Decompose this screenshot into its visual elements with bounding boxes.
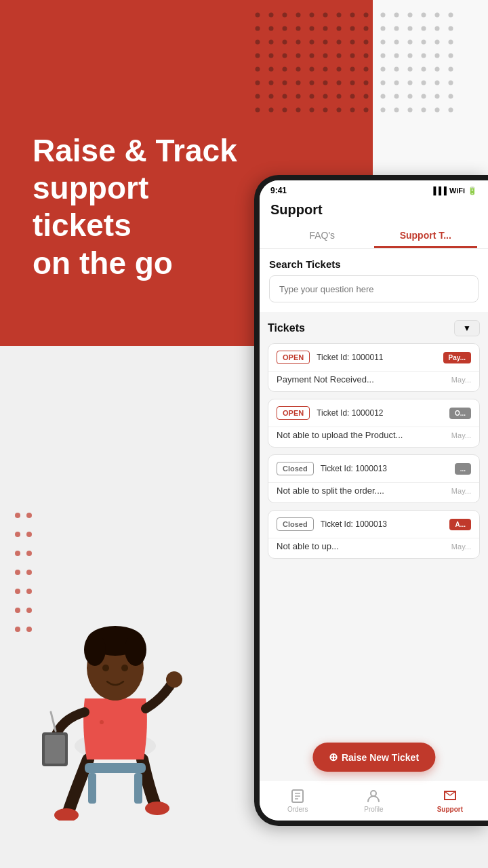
bottom-nav: Orders Profile Support <box>260 780 488 821</box>
svg-point-66 <box>337 54 342 58</box>
status-icons: ▐▐▐ WiFi 🔋 <box>430 186 477 195</box>
svg-point-71 <box>283 67 287 72</box>
svg-point-80 <box>283 81 287 85</box>
svg-point-108 <box>422 13 426 18</box>
ticket-date: May... <box>451 542 471 551</box>
svg-point-38 <box>323 13 328 18</box>
svg-point-85 <box>350 81 355 85</box>
search-input[interactable] <box>279 284 468 294</box>
svg-point-91 <box>310 94 314 99</box>
hero-text: Raise & Track support tickets on the go <box>33 132 237 282</box>
signal-icon: ▐▐▐ <box>430 186 446 195</box>
svg-point-137 <box>408 81 413 85</box>
svg-point-58 <box>350 40 355 45</box>
svg-point-122 <box>449 40 453 45</box>
svg-point-41 <box>364 13 369 18</box>
svg-point-69 <box>256 67 260 72</box>
svg-point-130 <box>394 67 399 72</box>
status-bar: 9:41 ▐▐▐ WiFi 🔋 <box>260 180 488 198</box>
svg-point-32 <box>26 627 32 632</box>
nav-item-profile[interactable]: Profile <box>336 781 411 821</box>
svg-point-107 <box>408 13 413 18</box>
ticket-desc: Not able to split the order.... <box>277 486 384 496</box>
app-header: Support FAQ's Support T... <box>260 198 488 249</box>
phone-mockup: 9:41 ▐▐▐ WiFi 🔋 Support FAQ's Support T.… <box>254 175 488 826</box>
ticket-date: May... <box>451 431 471 439</box>
svg-point-140 <box>449 81 453 85</box>
search-input-wrap[interactable] <box>269 275 479 302</box>
svg-point-70 <box>269 67 274 72</box>
hero-line3: tickets <box>33 207 237 244</box>
svg-point-138 <box>422 81 426 85</box>
phone-screen: 9:41 ▐▐▐ WiFi 🔋 Support FAQ's Support T.… <box>260 180 488 821</box>
ticket-card-body: Not able to upload the Product... May... <box>268 427 479 447</box>
svg-point-150 <box>422 108 426 113</box>
status-badge: Closed <box>277 517 314 531</box>
svg-point-27 <box>15 589 20 594</box>
tab-faqs[interactable]: FAQ's <box>270 223 374 248</box>
svg-rect-15 <box>88 773 96 804</box>
svg-point-93 <box>337 94 342 99</box>
nav-item-support[interactable]: Support <box>412 781 488 821</box>
svg-point-39 <box>337 13 342 18</box>
svg-point-149 <box>408 108 413 113</box>
svg-point-64 <box>310 54 314 58</box>
svg-point-25 <box>15 570 20 575</box>
svg-point-129 <box>381 67 386 72</box>
svg-point-113 <box>408 26 413 31</box>
svg-point-19 <box>15 513 20 518</box>
category-badge: Pay... <box>443 352 471 363</box>
ticket-id: Ticket Id: 1000013 <box>321 519 443 529</box>
ticket-card-header: OPEN Ticket Id: 1000011 Pay... <box>268 344 479 371</box>
dots-top-red-area <box>251 8 373 116</box>
svg-point-118 <box>394 40 399 45</box>
ticket-card[interactable]: Closed Ticket Id: 1000013 A... Not able … <box>268 510 480 559</box>
svg-point-128 <box>449 54 453 58</box>
svg-point-97 <box>269 108 274 113</box>
svg-point-53 <box>283 40 287 45</box>
svg-point-126 <box>422 54 426 58</box>
filter-button[interactable]: ▼ <box>454 320 480 336</box>
svg-point-87 <box>256 94 260 99</box>
svg-point-96 <box>256 108 260 113</box>
plus-circle-icon: ⊕ <box>329 751 338 764</box>
svg-point-45 <box>296 26 301 31</box>
svg-point-6 <box>84 633 106 666</box>
svg-point-127 <box>435 54 440 58</box>
raise-new-ticket-button[interactable]: ⊕ Raise New Ticket <box>312 743 435 772</box>
svg-point-148 <box>394 108 399 113</box>
svg-point-22 <box>26 532 32 537</box>
svg-point-40 <box>350 13 355 18</box>
ticket-id: Ticket Id: 1000011 <box>317 353 436 362</box>
hero-line4: on the go <box>33 245 237 282</box>
svg-point-104 <box>364 108 369 113</box>
svg-point-77 <box>364 67 369 72</box>
search-section: Search Tickets <box>260 249 488 312</box>
svg-point-117 <box>381 40 386 45</box>
svg-point-37 <box>310 13 314 18</box>
svg-point-28 <box>26 589 32 594</box>
svg-point-151 <box>435 108 440 113</box>
svg-point-121 <box>435 40 440 45</box>
ticket-date: May... <box>451 376 471 384</box>
nav-label-orders: Orders <box>287 806 308 813</box>
svg-point-17 <box>100 720 104 724</box>
svg-point-50 <box>364 26 369 31</box>
svg-point-78 <box>256 81 260 85</box>
svg-point-36 <box>296 13 301 18</box>
svg-rect-14 <box>85 763 146 773</box>
orders-icon <box>290 789 305 804</box>
ticket-card[interactable]: OPEN Ticket Id: 1000011 Pay... Payment N… <box>268 343 480 392</box>
svg-point-59 <box>364 40 369 45</box>
svg-point-152 <box>449 108 453 113</box>
svg-point-20 <box>26 513 32 518</box>
nav-item-orders[interactable]: Orders <box>260 781 336 821</box>
svg-point-67 <box>350 54 355 58</box>
svg-point-62 <box>283 54 287 58</box>
svg-point-111 <box>381 26 386 31</box>
ticket-card[interactable]: Closed Ticket Id: 1000013 ... Not able t… <box>268 454 480 503</box>
svg-point-134 <box>449 67 453 72</box>
svg-point-145 <box>435 94 440 99</box>
tab-support-tickets[interactable]: Support T... <box>374 223 478 248</box>
ticket-card[interactable]: OPEN Ticket Id: 1000012 O... Not able to… <box>268 399 480 448</box>
